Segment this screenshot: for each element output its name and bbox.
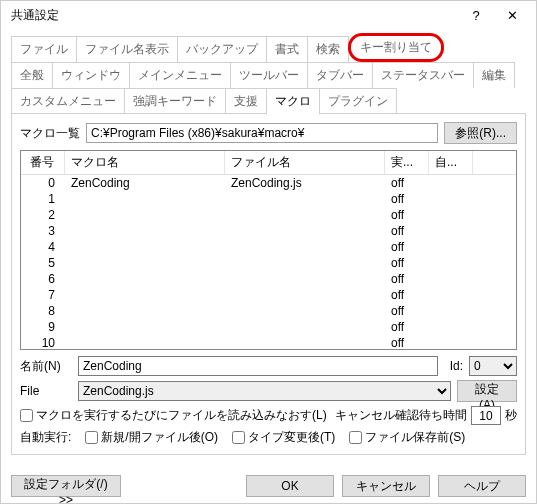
chk-save-input[interactable]: [349, 431, 362, 444]
table-row[interactable]: 8off: [21, 303, 516, 319]
chk-type[interactable]: タイプ変更後(T): [232, 429, 335, 446]
cell-name: [65, 191, 225, 207]
cell-ex: off: [385, 191, 429, 207]
file-select[interactable]: ZenCoding.js: [78, 381, 451, 401]
auto-label: 自動実行:: [20, 429, 71, 446]
cell-num: 5: [21, 255, 65, 271]
chk-save[interactable]: ファイル保存前(S): [349, 429, 465, 446]
table-row[interactable]: 3off: [21, 223, 516, 239]
cell-file: [225, 271, 385, 287]
cell-num: 2: [21, 207, 65, 223]
help-button[interactable]: ?: [458, 4, 494, 26]
sec-label: 秒: [505, 407, 517, 424]
tab-body-macro: マクロ一覧 参照(R)... 番号 マクロ名 ファイル名 実... 自... 0…: [11, 113, 526, 455]
tab-書式[interactable]: 書式: [266, 36, 308, 62]
cell-ex: off: [385, 239, 429, 255]
col-auto[interactable]: 自...: [429, 151, 473, 174]
chk-new-open[interactable]: 新規/開ファイル後(O): [85, 429, 218, 446]
browse-button[interactable]: 参照(R)...: [444, 122, 517, 144]
macro-list[interactable]: 番号 マクロ名 ファイル名 実... 自... 0ZenCodingZenCod…: [20, 150, 517, 350]
tab-編集[interactable]: 編集: [473, 62, 515, 88]
tab-マクロ[interactable]: マクロ: [266, 88, 320, 115]
table-row[interactable]: 1off: [21, 191, 516, 207]
tab-ウィンドウ[interactable]: ウィンドウ: [52, 62, 130, 88]
tabstrip: ファイルファイル名表示バックアップ書式検索キー割り当て 全般ウィンドウメインメニ…: [11, 33, 526, 455]
name-label: 名前(N): [20, 358, 72, 375]
table-row[interactable]: 6off: [21, 271, 516, 287]
footer: 設定フォルダ(/) >> OK キャンセル ヘルプ: [1, 465, 536, 504]
tab-ファイル名表示[interactable]: ファイル名表示: [76, 36, 178, 62]
cell-file: [225, 287, 385, 303]
tab-強調キーワード[interactable]: 強調キーワード: [124, 88, 226, 114]
cell-auto: [429, 239, 473, 255]
cell-auto: [429, 175, 473, 191]
col-ex[interactable]: 実...: [385, 151, 429, 174]
cell-num: 1: [21, 191, 65, 207]
tab-ファイル[interactable]: ファイル: [11, 36, 77, 62]
name-input[interactable]: [78, 356, 438, 376]
macro-list-label: マクロ一覧: [20, 125, 80, 142]
tab-キー割り当て[interactable]: キー割り当て: [348, 33, 444, 62]
tab-検索[interactable]: 検索: [307, 36, 349, 62]
cell-name: [65, 255, 225, 271]
col-num[interactable]: 番号: [21, 151, 65, 174]
cell-name: [65, 239, 225, 255]
close-button[interactable]: ✕: [494, 4, 530, 26]
id-label: Id:: [450, 359, 463, 373]
table-row[interactable]: 9off: [21, 319, 516, 335]
chk-new-open-input[interactable]: [85, 431, 98, 444]
cell-ex: off: [385, 255, 429, 271]
set-button[interactable]: 設定(A): [457, 380, 517, 402]
cell-file: [225, 239, 385, 255]
table-row[interactable]: 5off: [21, 255, 516, 271]
table-row[interactable]: 2off: [21, 207, 516, 223]
macro-path-input[interactable]: [86, 123, 438, 143]
cancel-wait-label: キャンセル確認待ち時間: [335, 407, 467, 424]
cell-ex: off: [385, 175, 429, 191]
col-file[interactable]: ファイル名: [225, 151, 385, 174]
reload-checkbox[interactable]: マクロを実行するたびにファイルを読み込みなおす(L): [20, 407, 327, 424]
cell-file: [225, 335, 385, 350]
chk-type-input[interactable]: [232, 431, 245, 444]
table-row[interactable]: 0ZenCodingZenCoding.jsoff: [21, 175, 516, 191]
settings-folder-button[interactable]: 設定フォルダ(/) >>: [11, 475, 121, 497]
table-row[interactable]: 10off: [21, 335, 516, 350]
titlebar: 共通設定 ? ✕: [1, 1, 536, 29]
list-header: 番号 マクロ名 ファイル名 実... 自...: [21, 151, 516, 175]
tab-ツールバー[interactable]: ツールバー: [230, 62, 308, 88]
tab-タブバー[interactable]: タブバー: [307, 62, 373, 88]
cell-file: ZenCoding.js: [225, 175, 385, 191]
cell-num: 8: [21, 303, 65, 319]
tab-メインメニュー[interactable]: メインメニュー: [129, 62, 231, 88]
cell-num: 10: [21, 335, 65, 350]
tab-プラグイン[interactable]: プラグイン: [319, 88, 397, 114]
cell-name: [65, 271, 225, 287]
cell-ex: off: [385, 287, 429, 303]
tab-全般[interactable]: 全般: [11, 62, 53, 88]
col-name[interactable]: マクロ名: [65, 151, 225, 174]
cell-file: [225, 223, 385, 239]
file-label: File: [20, 384, 72, 398]
cell-num: 0: [21, 175, 65, 191]
dialog-title: 共通設定: [11, 7, 458, 24]
tab-支援[interactable]: 支援: [225, 88, 267, 114]
cancel-wait-input[interactable]: [471, 406, 501, 425]
cell-auto: [429, 271, 473, 287]
content: ファイルファイル名表示バックアップ書式検索キー割り当て 全般ウィンドウメインメニ…: [1, 29, 536, 465]
cell-file: [225, 191, 385, 207]
cell-ex: off: [385, 207, 429, 223]
tab-ステータスバー[interactable]: ステータスバー: [372, 62, 474, 88]
table-row[interactable]: 7off: [21, 287, 516, 303]
reload-chk-input[interactable]: [20, 409, 33, 422]
cell-file: [225, 319, 385, 335]
ok-button[interactable]: OK: [246, 475, 334, 497]
cell-name: [65, 207, 225, 223]
cancel-button[interactable]: キャンセル: [342, 475, 430, 497]
cell-num: 9: [21, 319, 65, 335]
tab-バックアップ[interactable]: バックアップ: [177, 36, 267, 62]
cell-file: [225, 207, 385, 223]
table-row[interactable]: 4off: [21, 239, 516, 255]
tab-カスタムメニュー[interactable]: カスタムメニュー: [11, 88, 125, 114]
id-select[interactable]: 0: [469, 356, 517, 376]
help-footer-button[interactable]: ヘルプ: [438, 475, 526, 497]
